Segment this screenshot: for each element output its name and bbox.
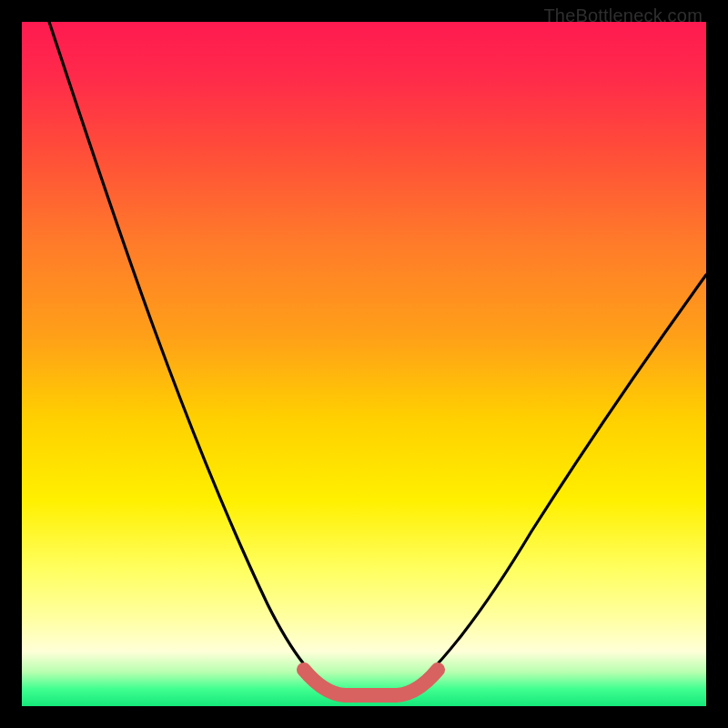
right-curve [405,275,706,693]
curve-layer [22,22,706,706]
attribution-text: TheBottleneck.com [543,5,703,26]
plot-area [22,22,706,706]
highlight-band [304,670,438,695]
chart-container: TheBottleneck.com [0,0,728,728]
left-curve [49,22,337,693]
